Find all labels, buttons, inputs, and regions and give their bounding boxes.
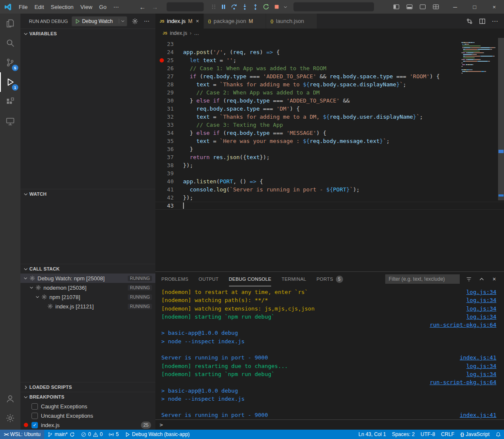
toggle-primary-sidebar-button[interactable] xyxy=(393,3,400,10)
go-back-button[interactable]: ← xyxy=(139,3,146,11)
line-number[interactable]: 42 xyxy=(167,194,174,202)
source-link[interactable]: log.js:34 xyxy=(467,362,496,370)
panel-tab-output[interactable]: OUTPUT xyxy=(199,272,219,286)
window-minimize-button[interactable]: ─ xyxy=(445,0,465,14)
variables-section-header[interactable]: VARIABLES xyxy=(20,29,155,38)
window-close-button[interactable]: × xyxy=(484,0,504,14)
debug-stop-button[interactable] xyxy=(272,2,281,11)
code-line[interactable]: 26 // Case 1: When App was added to the … xyxy=(155,64,504,72)
code-line[interactable]: 28 text = `Thanks for adding me to ${req… xyxy=(155,80,504,88)
code-text[interactable]: // Case 3: Texting the App xyxy=(183,121,504,129)
code-line[interactable]: 33 // Case 3: Texting the App xyxy=(155,121,504,129)
activity-search-icon[interactable] xyxy=(0,33,20,53)
code-text[interactable] xyxy=(183,169,504,177)
code-text[interactable]: text = `Here was your message : ${req.bo… xyxy=(183,137,504,145)
menu-more[interactable]: ⋯ xyxy=(110,3,122,11)
code-text[interactable]: app.listen(PORT, () => { xyxy=(183,177,504,185)
minimap[interactable] xyxy=(461,40,497,76)
more-actions-icon[interactable]: ⋯ xyxy=(492,17,498,25)
code-line[interactable]: 31 req.body.space.type === 'DM') { xyxy=(155,105,504,113)
code-line[interactable]: 34 } else if (req.body.type === 'MESSAGE… xyxy=(155,129,504,137)
code-text[interactable]: text = `Thanks for adding me to a DM, ${… xyxy=(183,113,504,121)
line-number[interactable]: 35 xyxy=(167,137,174,145)
code-line[interactable]: 41 console.log(`Server is running in por… xyxy=(155,185,504,194)
breakpoints-section-header[interactable]: BREAKPOINTS xyxy=(20,392,155,402)
tab-launch-json[interactable]: {}launch.json xyxy=(266,14,317,29)
breakpoint-row[interactable]: ✓index.js25 xyxy=(20,420,155,430)
line-number[interactable]: 39 xyxy=(167,169,174,177)
code-text[interactable]: }); xyxy=(183,194,504,202)
debug-pause-button[interactable] xyxy=(219,2,228,11)
breakpoint-checkbox[interactable] xyxy=(32,403,38,410)
code-text[interactable] xyxy=(183,202,504,210)
code-line[interactable]: 37 return res.json({text}); xyxy=(155,153,504,161)
source-link[interactable]: log.js:34 xyxy=(467,370,496,378)
code-text[interactable]: app.post('/', (req, res) => { xyxy=(183,48,504,56)
scrollbar-thumb[interactable] xyxy=(498,38,504,200)
activity-remote-explorer-icon[interactable] xyxy=(0,111,20,131)
breadcrumb-symbol[interactable]: … xyxy=(194,30,199,36)
source-link[interactable]: run-script-pkg.js:64 xyxy=(430,378,496,386)
debug-restart-button[interactable] xyxy=(261,2,271,11)
line-number[interactable]: 30 xyxy=(167,97,174,105)
line-number[interactable]: 25 xyxy=(167,56,174,64)
go-forward-button[interactable]: → xyxy=(152,3,158,11)
debug-session-status[interactable]: Debug Watch (basic-app) xyxy=(122,430,193,439)
command-center-search[interactable] xyxy=(293,2,374,11)
code-editor[interactable]: 2324app.post('/', (req, res) => {25 let … xyxy=(155,38,504,271)
activity-explorer-icon[interactable] xyxy=(0,14,20,33)
code-text[interactable]: }); xyxy=(183,161,504,169)
editor-scrollbar[interactable] xyxy=(498,38,504,271)
activity-source-control-icon[interactable]: 5 xyxy=(0,53,20,72)
language-status[interactable]: {}JavaScript xyxy=(457,430,493,439)
line-number[interactable]: 26 xyxy=(167,64,174,72)
breakpoint-icon[interactable] xyxy=(160,58,164,63)
open-changes-icon[interactable] xyxy=(466,18,473,25)
menu-file[interactable]: File xyxy=(15,3,31,11)
code-line[interactable]: 23 xyxy=(155,40,504,48)
branch-status[interactable]: main* xyxy=(44,430,78,439)
code-line[interactable]: 30 } else if (req.body.type === 'ADDED_T… xyxy=(155,97,504,105)
callstack-row[interactable]: Debug Watch: npm [25008]RUNNING xyxy=(20,274,155,283)
tab-package-json[interactable]: {}package.jsonM xyxy=(204,14,266,29)
code-text[interactable]: if (req.body.type === 'ADDED_TO_SPACE' &… xyxy=(183,72,504,80)
window-maximize-button[interactable]: □ xyxy=(465,0,484,14)
debug-console-input[interactable]: > xyxy=(155,419,504,430)
command-center-box[interactable] xyxy=(166,2,204,11)
line-number[interactable]: 40 xyxy=(167,177,174,185)
source-link[interactable]: log.js:34 xyxy=(467,288,496,296)
source-link[interactable]: log.js:34 xyxy=(467,313,496,321)
code-text[interactable]: } else if (req.body.type === 'ADDED_TO_S… xyxy=(183,97,504,105)
code-text[interactable]: return res.json({text}); xyxy=(183,153,504,161)
code-line[interactable]: 29 // Case 2: When App was added to a DM xyxy=(155,88,504,97)
source-link[interactable]: index.js:41 xyxy=(460,353,496,362)
code-line[interactable]: 35 text = `Here was your message : ${req… xyxy=(155,137,504,145)
code-text[interactable]: } else if (req.body.type === 'MESSAGE') … xyxy=(183,129,504,137)
line-number[interactable]: 32 xyxy=(167,113,174,121)
line-number[interactable]: 37 xyxy=(167,153,174,161)
code-text[interactable]: text = `Thanks for adding me to ${req.bo… xyxy=(183,80,504,88)
code-line[interactable]: 24app.post('/', (req, res) => { xyxy=(155,48,504,56)
views-more-actions-button[interactable]: ⋯ xyxy=(142,17,151,26)
indentation-status[interactable]: Spaces: 2 xyxy=(389,430,418,439)
panel-tab-terminal[interactable]: TERMINAL xyxy=(281,272,306,286)
debug-step-over-button[interactable] xyxy=(229,2,239,11)
debug-step-into-button[interactable] xyxy=(240,2,249,11)
breakpoint-checkbox[interactable]: ✓ xyxy=(32,422,38,428)
line-number[interactable]: 36 xyxy=(167,145,174,153)
source-link[interactable]: run-script-pkg.js:64 xyxy=(430,321,496,329)
console-filter-input[interactable] xyxy=(385,274,460,284)
line-number[interactable]: 34 xyxy=(167,129,174,137)
filter-icon[interactable] xyxy=(465,275,472,283)
line-number[interactable]: 31 xyxy=(167,105,174,113)
breadcrumb[interactable]: JS index.js › … xyxy=(155,29,504,38)
encoding-status[interactable]: UTF-8 xyxy=(418,430,438,439)
close-panel-icon[interactable]: × xyxy=(490,275,498,283)
code-text[interactable]: console.log(`Server is running in port -… xyxy=(183,185,504,194)
menu-edit[interactable]: Edit xyxy=(31,3,47,11)
customize-layout-button[interactable] xyxy=(432,3,439,10)
activity-run-and-debug-icon[interactable]: 1 xyxy=(0,72,20,92)
code-text[interactable]: // Case 2: When App was added to a DM xyxy=(183,88,504,97)
source-link[interactable]: index.js:41 xyxy=(460,411,496,419)
panel-tab-debug-console[interactable]: DEBUG CONSOLE xyxy=(229,272,272,286)
